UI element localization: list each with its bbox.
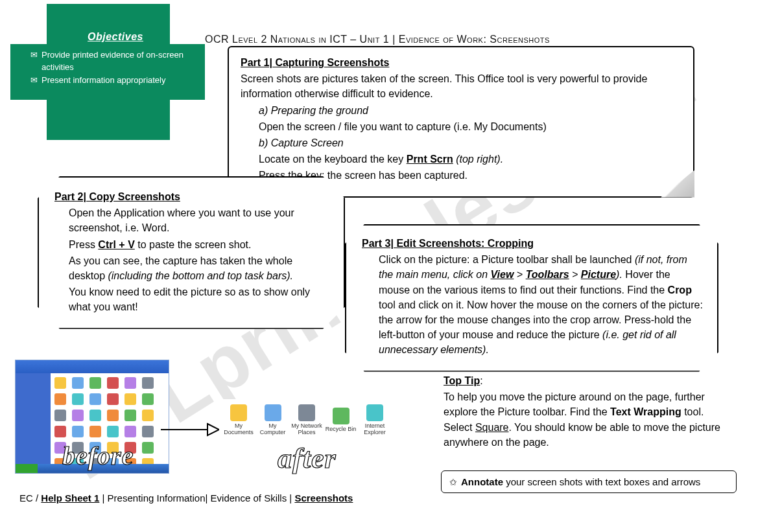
part2-line2: Press Ctrl + V to paste the screen shot. (69, 237, 331, 252)
part2-box: Part 2| Copy Screenshots Open the Applic… (38, 176, 345, 329)
after-label: after (278, 442, 337, 475)
part3-body: Click on the picture: a Picture toolbar … (379, 252, 704, 357)
part1-b-label: b) Capture Screen (259, 135, 681, 150)
after-screenshot: My Documents My Computer My Network Plac… (219, 399, 394, 441)
part2-line4: You know need to edit the picture so as … (69, 284, 331, 314)
top-tip-title: Top Tip (444, 375, 480, 386)
part3-title: Part 3| Edit Screenshots: Cropping (362, 238, 534, 249)
objective-item: Present information appropriately (41, 75, 166, 86)
ctrl-v-key: Ctrl + V (98, 239, 134, 250)
before-label: before (62, 441, 134, 471)
part1-b-line: Locate on the keyboard the key Prnt Scrn… (259, 152, 681, 167)
page-header: OCR Level 2 Nationals in ICT – Unit 1 | … (205, 34, 704, 45)
part2-title: Part 2| Copy Screenshots (54, 191, 180, 202)
desktop-icon-label: My Documents (223, 422, 254, 435)
top-tip-block: Top Tip: To help you move the picture ar… (444, 373, 729, 451)
bullet-icon: ✉ (30, 75, 38, 86)
desktop-icon-label: Internet Explorer (359, 422, 390, 435)
prnt-scrn-key: Prnt Scrn (407, 154, 453, 165)
desktop-icon-label: Recycle Bin (326, 426, 357, 432)
svg-marker-1 (207, 424, 219, 435)
part3-box: Part 3| Edit Screenshots: Cropping Click… (345, 224, 718, 372)
top-tip-body: To help you move the picture around on t… (444, 389, 729, 450)
bullet-icon: ✉ (30, 49, 38, 73)
part1-intro: Screen shots are pictures taken of the s… (241, 71, 681, 101)
desktop-icon-label: My Computer (257, 422, 289, 435)
objectives-box: Objectives ✉ Provide printed evidence of… (30, 30, 200, 87)
desktop-icon-label: My Network Places (291, 422, 322, 435)
annotate-box: ✩ Annotate your screen shots with text b… (441, 470, 737, 493)
arrow-icon (160, 420, 219, 439)
part1-a-label: a) Preparing the ground (259, 103, 681, 118)
footer-line: EC / Help Sheet 1 | Presenting Informati… (19, 492, 353, 503)
part1-a-text: Open the screen / file you want to captu… (259, 119, 681, 134)
part2-line3: As you can see, the capture has taken th… (69, 253, 331, 283)
part1-title: Part 1| Capturing Screenshots (241, 57, 389, 68)
part1-box: Part 1| Capturing Screenshots Screen sho… (228, 46, 694, 198)
part2-line1: Open the Application where you want to u… (69, 205, 331, 235)
objectives-title: Objectives (30, 30, 200, 44)
star-icon: ✩ (449, 478, 457, 487)
objective-item: Provide printed evidence of on-screen ac… (41, 49, 200, 73)
